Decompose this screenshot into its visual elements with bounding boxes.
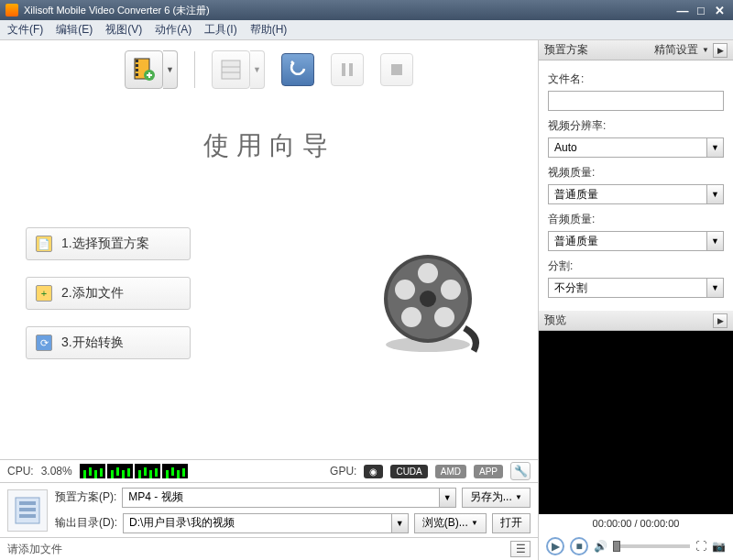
preset-panel-title: 预置方案 <box>544 42 588 58</box>
stats-bar: CPU: 3.08% GPU: ◉ CUDA AMD APP 🔧 <box>0 459 538 483</box>
convert-icon <box>288 60 308 80</box>
statusbar: 请添加文件 ☰ <box>0 538 538 560</box>
preview-panel-title: 预览 <box>544 313 566 328</box>
open-button[interactable]: 打开 <box>492 513 531 533</box>
play-icon: ▶ <box>552 540 560 553</box>
menubar: 文件(F) 编辑(E) 视图(V) 动作(A) 工具(I) 帮助(H) <box>0 20 733 40</box>
profiles-dropdown[interactable]: ▼ <box>250 50 265 89</box>
wizard-heading: 使用向导 <box>0 128 538 163</box>
preview-expand-button[interactable]: ▶ <box>713 313 728 328</box>
split-label: 分割: <box>548 258 724 274</box>
svg-rect-3 <box>136 69 138 71</box>
cpu-graphs <box>80 464 188 478</box>
minimize-button[interactable]: — <box>674 4 691 16</box>
audio-quality-select[interactable]: 普通质量▼ <box>548 231 724 251</box>
svg-rect-10 <box>349 63 353 76</box>
film-reel-icon <box>373 246 483 358</box>
save-as-button[interactable]: 另存为... ▼ <box>462 488 531 508</box>
svg-point-16 <box>418 263 438 283</box>
amd-badge: AMD <box>435 465 466 478</box>
time-display: 00:00:00 / 00:00:00 <box>539 514 733 533</box>
menu-tools[interactable]: 工具(I) <box>204 22 236 38</box>
filename-input[interactable] <box>548 91 724 111</box>
chevron-down-icon: ▼ <box>391 514 408 533</box>
slider-thumb[interactable] <box>613 541 620 552</box>
step-choose-preset[interactable]: 📄 1.选择预置方案 <box>26 227 191 260</box>
filename-label: 文件名: <box>548 71 724 87</box>
collapse-button[interactable]: ▶ <box>713 43 728 58</box>
cpu-value: 3.08% <box>41 465 72 478</box>
preset-settings: 文件名: 视频分辨率: Auto▼ 视频质量: 普通质量▼ 音频质量: 普通质量… <box>539 60 733 305</box>
preset-label: 预置方案(P): <box>55 489 116 505</box>
output-dir-value: D:\用户目录\我的视频 <box>129 515 235 531</box>
menu-edit[interactable]: 编辑(E) <box>56 22 93 38</box>
app-icon <box>5 4 18 16</box>
preview-video <box>539 331 733 514</box>
add-file-dropdown[interactable]: ▼ <box>163 50 178 89</box>
maximize-button[interactable]: □ <box>693 4 709 16</box>
split-select[interactable]: 不分割▼ <box>548 278 724 298</box>
menu-action[interactable]: 动作(A) <box>155 22 191 38</box>
cpu-label: CPU: <box>7 465 34 478</box>
output-dir-label: 输出目录(D): <box>55 515 117 531</box>
step-label: 2.添加文件 <box>61 285 124 302</box>
video-res-select[interactable]: Auto▼ <box>548 137 724 158</box>
profiles-button[interactable] <box>212 50 250 89</box>
menu-file[interactable]: 文件(F) <box>7 22 43 38</box>
window-title: Xilisoft Mobile Video Converter 6 (未注册) <box>24 4 673 17</box>
add-step-icon: + <box>36 285 52 302</box>
play-button[interactable]: ▶ <box>546 537 564 555</box>
close-button[interactable]: ✕ <box>711 4 728 16</box>
convert-button[interactable] <box>281 53 314 86</box>
svg-rect-1 <box>136 60 138 62</box>
chevron-down-icon: ▼ <box>706 279 723 297</box>
step-start-convert[interactable]: ⟳ 3.开始转换 <box>26 326 191 359</box>
svg-point-15 <box>420 291 436 307</box>
stop-button[interactable] <box>380 53 413 86</box>
chevron-down-icon: ▼ <box>471 519 478 527</box>
svg-rect-2 <box>136 64 138 67</box>
gpu-label: GPU: <box>330 465 356 478</box>
snapshot-button[interactable]: 📷 <box>712 540 726 553</box>
list-view-button[interactable]: ☰ <box>510 541 531 557</box>
video-quality-label: 视频质量: <box>548 165 724 181</box>
preset-mode[interactable]: 精简设置 <box>654 42 698 58</box>
list-icon: ☰ <box>516 543 526 555</box>
step-add-file[interactable]: + 2.添加文件 <box>26 277 191 310</box>
svg-rect-4 <box>136 73 138 76</box>
svg-rect-23 <box>19 508 36 511</box>
chevron-down-icon: ▼ <box>706 138 723 157</box>
volume-slider[interactable] <box>613 544 690 548</box>
preview-controls: ▶ ■ 🔊 ⛶ 📷 <box>539 533 733 560</box>
pause-button[interactable] <box>331 53 364 86</box>
stop-preview-button[interactable]: ■ <box>570 537 588 555</box>
preset-step-icon: 📄 <box>36 236 52 252</box>
preview-panel-header: 预览 ▶ <box>539 311 733 331</box>
film-add-icon <box>131 57 157 82</box>
output-type-icon <box>7 489 48 532</box>
menu-view[interactable]: 视图(V) <box>105 22 142 38</box>
convert-step-icon: ⟳ <box>36 335 52 351</box>
chevron-down-icon: ▼ <box>439 489 455 507</box>
preset-combo[interactable]: MP4 - 视频 ▼ <box>122 488 455 508</box>
chevron-down-icon: ▼ <box>702 46 709 54</box>
svg-rect-6 <box>222 60 240 79</box>
output-dir-combo[interactable]: D:\用户目录\我的视频 ▼ <box>123 513 409 533</box>
svg-point-19 <box>401 307 421 327</box>
svg-rect-22 <box>19 501 36 505</box>
gpu-settings-button[interactable]: 🔧 <box>510 462 531 480</box>
separator <box>194 51 195 88</box>
menu-help[interactable]: 帮助(H) <box>250 22 288 38</box>
status-hint: 请添加文件 <box>7 542 505 557</box>
preset-panel-header: 预置方案 精简设置 ▼ ▶ <box>539 40 733 60</box>
wizard-pane: 使用向导 📄 1.选择预置方案 + 2.添加文件 ⟳ 3.开始转换 <box>0 99 538 459</box>
svg-rect-9 <box>342 63 345 76</box>
output-bar: 预置方案(P): MP4 - 视频 ▼ 另存为... ▼ 输出目录(D): D:… <box>0 483 538 538</box>
video-res-label: 视频分辨率: <box>548 118 724 134</box>
browse-button[interactable]: 浏览(B)... ▼ <box>414 513 487 533</box>
wrench-icon: 🔧 <box>514 465 528 478</box>
volume-icon[interactable]: 🔊 <box>594 540 607 553</box>
add-file-button[interactable] <box>125 50 163 89</box>
video-quality-select[interactable]: 普通质量▼ <box>548 184 724 204</box>
fullscreen-button[interactable]: ⛶ <box>695 540 706 553</box>
